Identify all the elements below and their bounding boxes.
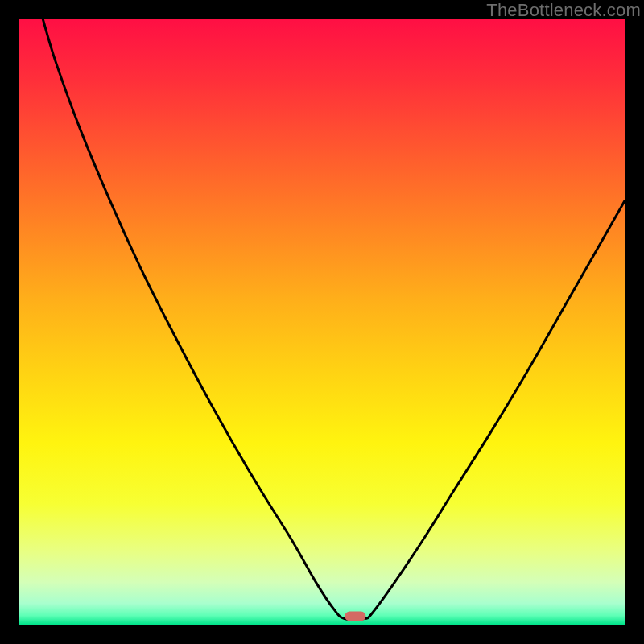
watermark-text: TheBottleneck.com — [486, 0, 641, 21]
gradient-background — [19, 19, 625, 625]
optimal-marker — [345, 611, 365, 621]
chart-frame: TheBottleneck.com — [0, 0, 644, 644]
bottleneck-chart — [19, 19, 625, 625]
plot-area — [19, 19, 625, 625]
